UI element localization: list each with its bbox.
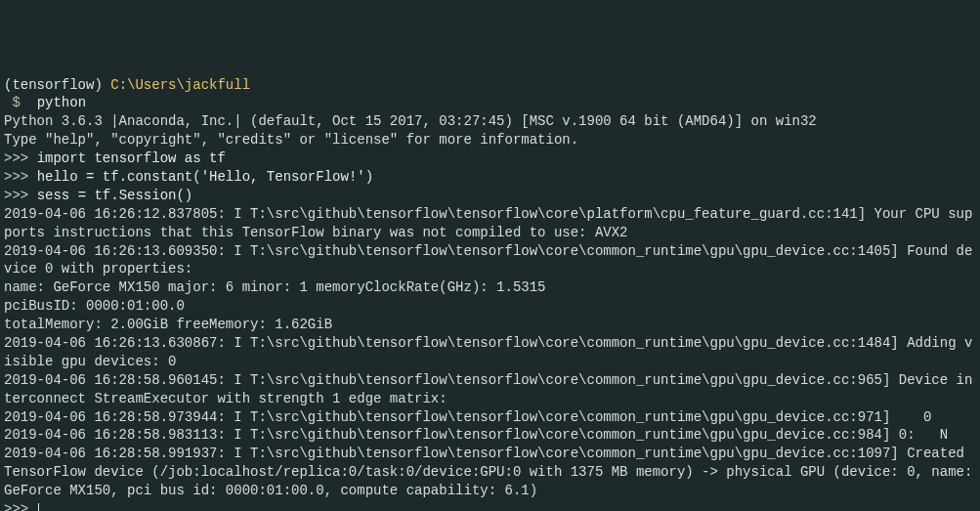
repl-prompt: >>> [4,188,28,203]
python-banner-2: Type "help", "copyright", "credits" or "… [4,132,578,148]
shell-command: python [37,95,86,110]
log-line: 2019-04-06 16:26:12.837805: I T:\src\git… [4,206,972,240]
log-line: 2019-04-06 16:26:13.609350: I T:\src\git… [4,243,972,277]
repl-prompt: >>> [4,150,28,166]
log-line: totalMemory: 2.00GiB freeMemory: 1.62GiB [4,317,332,332]
log-line: 2019-04-06 16:28:58.973944: I T:\src\git… [4,409,931,425]
env-name: (tensorflow) [4,77,103,93]
repl-cmd-1: import tensorflow as tf [37,150,226,166]
log-line: 2019-04-06 16:28:58.983113: I T:\src\git… [4,427,948,443]
log-line: 2019-04-06 16:26:13.630867: I T:\src\git… [4,335,972,369]
terminal-output[interactable]: (tensorflow) C:\Users\jackfull $ python … [4,76,976,511]
cursor-icon [38,503,39,511]
python-banner-1: Python 3.6.3 |Anaconda, Inc.| (default, … [4,113,817,129]
log-line: pciBusID: 0000:01:00.0 [4,298,185,314]
repl-cmd-2: hello = tf.constant('Hello, TensorFlow!'… [37,169,373,185]
log-line: name: GeForce MX150 major: 6 minor: 1 me… [4,279,546,295]
cwd-path: C:\Users\jackfull [110,77,250,93]
repl-prompt-active[interactable]: >>> [4,501,37,511]
repl-cmd-3: sess = tf.Session() [37,188,193,203]
log-line: 2019-04-06 16:28:58.991937: I T:\src\git… [4,446,980,498]
repl-prompt: >>> [4,169,28,185]
shell-prompt: $ [12,95,20,110]
log-line: 2019-04-06 16:28:58.960145: I T:\src\git… [4,372,972,406]
